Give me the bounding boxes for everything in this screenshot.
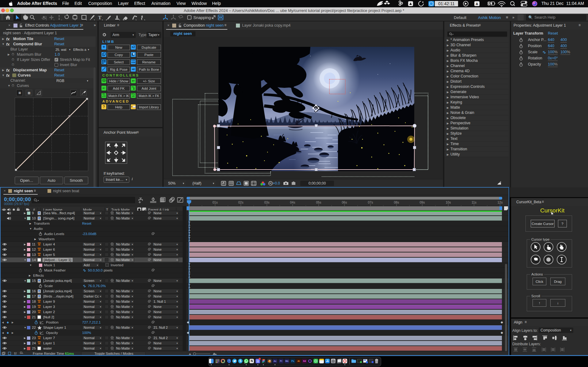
svg-text:12s: 12s [498,200,503,204]
svg-text:Ai: Ai [38,311,40,313]
svg-text:Ai: Ai [38,337,40,339]
svg-text:Snapping: Snapping [193,15,211,20]
svg-text:07s: 07s [368,200,373,204]
svg-text:11s: 11s [472,200,476,204]
svg-text:05s: 05s [316,200,321,204]
svg-text:Ai: Ai [38,343,40,345]
svg-text:01s: 01s [213,200,218,204]
svg-text:Ai: Ai [38,249,40,251]
svg-text:10s: 10s [446,200,451,204]
svg-text:Ai: Ai [38,244,40,246]
svg-text:09s: 09s [420,200,425,204]
svg-text:06s: 06s [342,200,347,204]
svg-text:Ai: Ai [38,301,40,303]
svg-text:Ai: Ai [38,306,40,308]
svg-text:01:42:11: 01:42:11 [438,1,455,6]
svg-text:Ai: Ai [38,254,40,256]
svg-text:A: A [476,2,478,6]
svg-text:02s: 02s [238,200,244,204]
svg-text:08s: 08s [394,200,399,204]
svg-text:03s: 03s [264,200,270,204]
svg-text:T: T [98,15,102,21]
svg-text:04s: 04s [290,200,295,204]
